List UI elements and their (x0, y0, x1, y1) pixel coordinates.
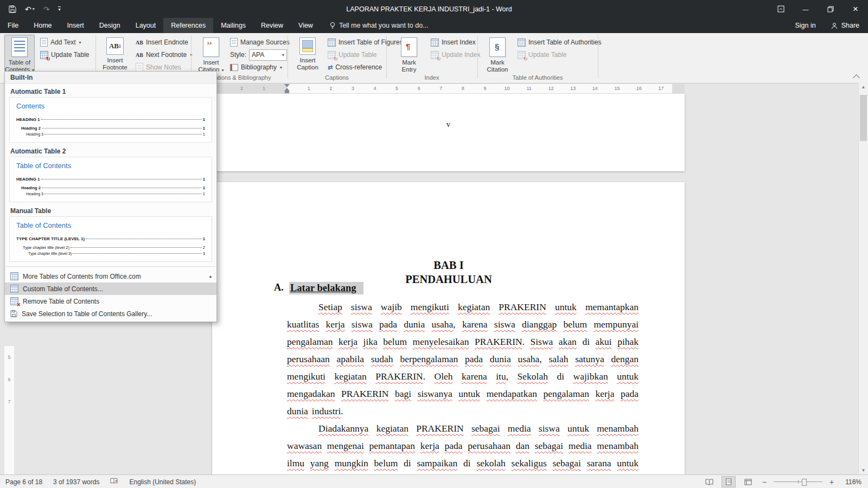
insert-table-of-figures-button[interactable]: Insert Table of Figures (326, 36, 405, 48)
left-indent-marker[interactable] (285, 91, 289, 93)
save-button[interactable] (9, 5, 16, 13)
sign-in-button[interactable]: Sign in (795, 22, 815, 29)
manage-sources-button[interactable]: Manage Sources (228, 36, 292, 48)
gallery-automatic-table-1[interactable]: Automatic Table 1 Contents HEADING 11 He… (5, 84, 216, 144)
read-mode-button[interactable] (702, 476, 716, 487)
insert-citation-icon (203, 37, 219, 57)
zoom-percentage[interactable]: 116% (841, 478, 861, 486)
menu-item-label: Remove Table of Contents (23, 298, 99, 305)
tab-view[interactable]: View (291, 18, 321, 33)
menu-item-save-selection[interactable]: Save Selection to Table of Contents Gall… (5, 307, 216, 320)
insert-endnote-button[interactable]: AB Insert Endnote (133, 36, 190, 48)
section-letter: A. (274, 282, 284, 294)
ruler-text-zone: 1234567891011121314151617 (287, 84, 661, 93)
cross-reference-button[interactable]: ⇄ Cross-reference (326, 61, 384, 73)
tab-design[interactable]: Design (92, 18, 128, 33)
share-button[interactable]: Share (831, 22, 859, 29)
gallery-automatic-table-2[interactable]: Automatic Table 2 Table of Contents HEAD… (5, 144, 216, 203)
mark-citation-label: MarkCitation (487, 59, 508, 73)
vertical-ruler-number: 6 (4, 377, 14, 382)
restore-button[interactable] (818, 0, 843, 18)
tell-me-box[interactable]: Tell me what you want to do... (329, 22, 429, 29)
insert-caption-label: InsertCaption (297, 57, 318, 71)
tab-insert[interactable]: Insert (60, 18, 92, 33)
hanging-indent-marker[interactable] (284, 85, 290, 91)
page-indicator[interactable]: Page 6 of 18 (5, 478, 42, 486)
table-icon (10, 272, 18, 280)
style-combo-box[interactable]: APA (249, 49, 287, 61)
proofing-status-button[interactable] (110, 478, 118, 486)
tab-file[interactable]: File (0, 18, 26, 33)
paragraph[interactable]: Setiap siswa wajib mengikuti kegiatan PR… (287, 298, 639, 420)
next-footnote-button[interactable]: AB Next Footnote (133, 49, 194, 61)
vertical-ruler[interactable]: 5 6 7 (4, 346, 14, 474)
section-heading[interactable]: A. Latar belakang (274, 282, 363, 294)
scrollbar-thumb[interactable] (860, 95, 867, 141)
language-indicator[interactable]: English (United States) (129, 478, 196, 486)
zoom-out-button[interactable] (761, 478, 768, 486)
scroll-down-button[interactable] (859, 468, 868, 473)
previous-page[interactable]: v (212, 94, 685, 171)
chevron-down-icon (33, 7, 35, 11)
menu-item-label: More Tables of Contents from Office.com (23, 273, 141, 280)
undo-button[interactable] (25, 5, 35, 13)
gallery-manual-table[interactable]: Manual Table Table of Contents TYPE CHAP… (5, 203, 216, 263)
tab-review[interactable]: Review (253, 18, 291, 33)
vertical-scrollbar[interactable] (858, 83, 868, 474)
horizontal-ruler[interactable]: 2 1 1234567891011121314151617 (212, 84, 685, 93)
word-count[interactable]: 3 of 1937 words (53, 478, 99, 486)
print-layout-button[interactable] (722, 476, 736, 487)
zoom-in-button[interactable] (828, 478, 835, 486)
add-text-button[interactable]: Add Text (38, 36, 84, 48)
table-of-contents-button[interactable]: Table ofContents (4, 35, 35, 75)
ruler-number: 16 (628, 84, 650, 93)
toc-preview-heading: Contents (16, 102, 205, 110)
update-table-icon (40, 51, 48, 59)
ruler-number: 1 (298, 84, 320, 93)
ruler-number: 7 (430, 84, 452, 93)
tab-layout[interactable]: Layout (128, 18, 164, 33)
close-button[interactable] (843, 0, 868, 18)
table-of-contents-icon (11, 37, 28, 57)
ribbon-display-options-button[interactable] (768, 0, 793, 18)
scroll-up-button[interactable] (859, 85, 868, 89)
menu-item-remove-table-of-contents[interactable]: Remove Table of Contents (5, 295, 216, 307)
insert-citation-button[interactable]: InsertCitation (196, 35, 226, 75)
customize-quick-access-button[interactable] (58, 7, 60, 12)
tab-references[interactable]: References (163, 18, 213, 33)
tab-home[interactable]: Home (26, 18, 59, 33)
zoom-slider[interactable] (774, 481, 822, 482)
zoom-slider-thumb[interactable] (802, 479, 807, 486)
insert-caption-button[interactable]: InsertCaption (293, 35, 322, 75)
add-text-label: Add Text (50, 38, 75, 46)
mark-entry-button[interactable]: MarkEntry (395, 35, 423, 75)
proofing-book-icon (110, 478, 118, 485)
web-layout-button[interactable] (741, 476, 755, 487)
ruler-number: 5 (386, 84, 408, 93)
minimize-button[interactable] (793, 0, 818, 18)
tab-mailings[interactable]: Mailings (213, 18, 253, 33)
insert-footnote-button[interactable]: AB1 InsertFootnote (101, 35, 129, 75)
bibliography-button[interactable]: Bibliography (228, 61, 284, 73)
menu-item-custom-table-of-contents[interactable]: Custom Table of Contents... (5, 282, 216, 295)
citation-style-selector[interactable]: Style: APA (228, 49, 289, 61)
insert-caption-icon (299, 37, 316, 55)
save-gallery-icon (10, 310, 17, 317)
share-person-icon (831, 22, 838, 29)
insert-table-of-authorities-button[interactable]: Insert Table of Authorities (515, 36, 604, 48)
document-body[interactable]: Setiap siswa wajib mengikuti kegiatan PR… (287, 298, 639, 472)
collapse-ribbon-button[interactable] (851, 73, 861, 82)
menu-item-more-tables[interactable]: More Tables of Contents from Office.com (5, 270, 216, 282)
update-table-button[interactable]: Update Table (38, 49, 92, 61)
gallery-preview: Table of Contents TYPE CHAPTER TITLE (LE… (9, 216, 212, 262)
insert-index-button[interactable]: Insert Index (429, 36, 478, 48)
paragraph[interactable]: Diadakannya kegiatan PRAKERIN sebagai me… (287, 420, 639, 472)
insert-footnote-label: InsertFootnote (103, 57, 127, 71)
toc-entry: Heading 3 (26, 192, 43, 196)
document-page[interactable]: BAB I PENDAHULUAN A. Latar belakang Seti… (212, 182, 685, 474)
update-table-captions-icon (328, 51, 336, 59)
mark-citation-button[interactable]: MarkCitation (483, 35, 512, 75)
ruler-number: 6 (408, 84, 430, 93)
save-icon (9, 5, 16, 13)
ruler-number: 15 (606, 84, 628, 93)
